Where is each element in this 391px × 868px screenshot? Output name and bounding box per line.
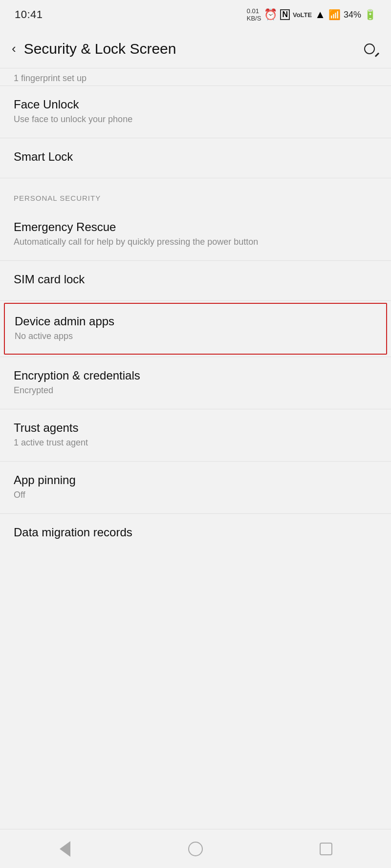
volte-icon: VoLTE (293, 11, 312, 19)
section-personal-security-label: PERSONAL SECURITY (14, 194, 101, 202)
battery-percentage: 34% (344, 10, 361, 20)
section-personal-security: PERSONAL SECURITY (0, 178, 391, 209)
data-speed-icon: 0.01KB/S (247, 7, 261, 22)
device-admin-apps-title: Device admin apps (15, 315, 376, 328)
alarm-icon: ⏰ (264, 8, 277, 21)
nav-back-button[interactable] (50, 834, 80, 864)
trust-agents-subtitle: 1 active trust agent (14, 437, 377, 449)
nav-back-icon (60, 841, 70, 857)
setting-item-face-unlock[interactable]: Face Unlock Use face to unlock your phon… (0, 86, 391, 138)
search-button[interactable] (360, 39, 379, 59)
smart-lock-title: Smart Lock (14, 150, 377, 164)
emergency-rescue-title: Emergency Rescue (14, 220, 377, 234)
nfc-icon: N (280, 9, 290, 20)
nav-home-icon (188, 842, 203, 856)
setting-item-app-pinning[interactable]: App pinning Off (0, 462, 391, 513)
status-bar: 10:41 0.01KB/S ⏰ N VoLTE ▲ 📶 34% 🔋 (0, 0, 391, 29)
face-unlock-subtitle: Use face to unlock your phone (14, 113, 377, 126)
fingerprint-note: 1 fingerprint set up (0, 68, 391, 85)
back-button[interactable]: ‹ (12, 41, 16, 56)
sim-card-lock-title: SIM card lock (14, 273, 377, 286)
divider-5 (0, 300, 391, 301)
header-left: ‹ Security & Lock Screen (12, 41, 176, 57)
encryption-subtitle: Encrypted (14, 384, 377, 397)
setting-item-encryption[interactable]: Encryption & credentials Encrypted (0, 357, 391, 409)
settings-content: 1 fingerprint set up Face Unlock Use fac… (0, 68, 391, 553)
trust-agents-title: Trust agents (14, 421, 377, 435)
face-unlock-title: Face Unlock (14, 98, 377, 111)
nav-recent-button[interactable] (311, 834, 341, 864)
setting-item-data-migration[interactable]: Data migration records (0, 514, 391, 553)
device-admin-apps-subtitle: No active apps (15, 330, 376, 342)
navigation-bar (0, 829, 391, 868)
page-title: Security & Lock Screen (24, 41, 176, 57)
data-migration-title: Data migration records (14, 526, 377, 539)
status-icons: 0.01KB/S ⏰ N VoLTE ▲ 📶 34% 🔋 (247, 7, 376, 22)
setting-item-smart-lock[interactable]: Smart Lock (0, 138, 391, 178)
page-header: ‹ Security & Lock Screen (0, 29, 391, 68)
wifi-icon: ▲ (315, 8, 326, 21)
signal-icon: 📶 (328, 9, 341, 21)
app-pinning-subtitle: Off (14, 489, 377, 501)
status-time: 10:41 (15, 8, 43, 21)
setting-item-device-admin-apps[interactable]: Device admin apps No active apps (4, 303, 387, 354)
nav-recent-icon (320, 843, 332, 855)
setting-item-trust-agents[interactable]: Trust agents 1 active trust agent (0, 409, 391, 461)
setting-item-sim-card-lock[interactable]: SIM card lock (0, 261, 391, 300)
nav-home-button[interactable] (181, 834, 210, 864)
encryption-title: Encryption & credentials (14, 369, 377, 382)
emergency-rescue-subtitle: Automatically call for help by quickly p… (14, 236, 377, 248)
setting-item-emergency-rescue[interactable]: Emergency Rescue Automatically call for … (0, 209, 391, 260)
battery-icon: 🔋 (364, 9, 376, 21)
search-icon (364, 43, 375, 54)
app-pinning-title: App pinning (14, 473, 377, 487)
